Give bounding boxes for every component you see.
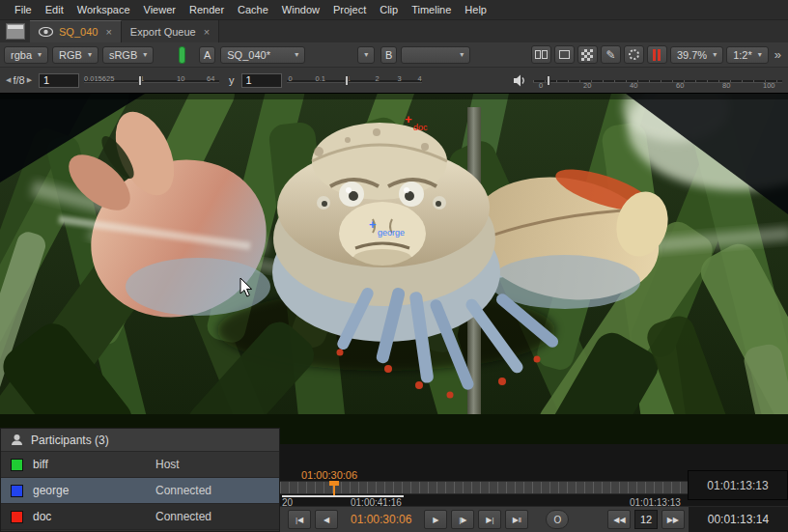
menu-viewer[interactable]: Viewer (137, 0, 183, 20)
colorspace-dropdown[interactable]: sRGB ▾ (102, 46, 154, 64)
close-icon[interactable]: × (105, 26, 111, 38)
menu-project[interactable]: Project (326, 0, 373, 20)
step-back-button[interactable]: ◀ (315, 510, 338, 529)
fullscreen-monitor-icon[interactable] (554, 45, 575, 64)
menu-window[interactable]: Window (275, 0, 326, 20)
menu-edit[interactable]: Edit (39, 0, 70, 20)
monitor-out-icon[interactable] (531, 45, 551, 64)
george-cursor-marker: + george (369, 220, 405, 238)
participant-row-george[interactable]: george Connected (1, 478, 279, 504)
zoom-value: 39.7% (677, 49, 707, 61)
participant-name: biff (33, 458, 155, 471)
participant-status: Connected (155, 484, 211, 497)
menu-render[interactable]: Render (183, 0, 231, 20)
a-buffer-label[interactable]: A (199, 46, 215, 64)
playhead-line[interactable] (333, 482, 335, 495)
gamma-input[interactable]: 1 (241, 73, 282, 88)
participant-status: Connected (155, 510, 211, 523)
volume-tick: 0 (539, 81, 543, 90)
gain-tick: 0.015625 (84, 74, 114, 83)
george-cursor-label: george (378, 228, 405, 238)
chevron-down-icon: ▾ (38, 50, 42, 59)
roi-icon[interactable] (624, 45, 644, 64)
volume-slider-handle[interactable] (547, 75, 550, 86)
panel-layout-icon[interactable] (6, 23, 25, 40)
tab-export-queue[interactable]: Export Queue × (122, 20, 219, 42)
chevron-down-icon: ▾ (713, 50, 717, 59)
tab-bar: SQ_040 × Export Queue × (0, 20, 788, 42)
color-swatch (11, 459, 23, 471)
step-forward-button[interactable]: |▶ (451, 510, 474, 529)
wipe-mode-dropdown[interactable]: ▾ (357, 46, 375, 64)
timeline-ruler[interactable] (280, 481, 688, 494)
input-process-indicator[interactable] (179, 46, 185, 64)
overflow-chevron-icon[interactable]: » (772, 47, 784, 62)
channels-value: rgba (11, 49, 32, 61)
fstop-label: f/8 (13, 74, 24, 86)
annotation-pen-icon[interactable]: ✎ (601, 45, 621, 64)
color-swatch (11, 485, 23, 497)
menu-file[interactable]: File (8, 0, 39, 20)
gamma-tick: 4 (418, 74, 422, 83)
layer-dropdown[interactable]: RGB ▾ (52, 46, 98, 64)
tab-label-export-queue: Export Queue (130, 26, 196, 38)
volume-tick: 60 (676, 81, 684, 90)
doc-cursor-label: doc (413, 123, 428, 132)
participant-name: george (33, 484, 155, 497)
frame-increment-field[interactable]: 12 (634, 510, 657, 529)
tab-sq040[interactable]: SQ_040 × (30, 20, 122, 42)
gain-input[interactable]: 1 (39, 73, 79, 88)
timeline-panel: 01:00:30:06 20 01:00:41:16 01:01:13:13 0… (280, 444, 788, 532)
gamma-slider-handle[interactable] (345, 75, 349, 86)
viewer-canvas[interactable]: + doc + george (0, 94, 788, 444)
next-frame-button[interactable]: ▶| (478, 510, 501, 529)
speaker-icon[interactable] (513, 74, 527, 87)
gain-slider-handle[interactable] (138, 75, 142, 86)
b-buffer-label[interactable]: B (380, 46, 397, 64)
participant-row-biff[interactable]: biff Host (1, 452, 279, 478)
playhead-timecode: 01:00:30:06 (301, 469, 357, 481)
gain-tick: 64 (207, 74, 214, 83)
a-source-dropdown[interactable]: SQ_040* ▾ (220, 46, 305, 64)
go-to-start-button[interactable]: |◀ (288, 510, 311, 529)
menu-clip[interactable]: Clip (373, 0, 405, 20)
play-button[interactable]: ▶ (424, 510, 447, 529)
timecode-display: 01:01:13:13 (688, 470, 788, 500)
menu-help[interactable]: Help (458, 0, 493, 20)
duration-display: 00:01:13:14 (689, 507, 788, 532)
chevron-down-icon: ▾ (295, 50, 298, 59)
gain-tick: 10 (177, 74, 184, 83)
color-swatch (11, 511, 23, 523)
jump-forward-button[interactable]: ▶▶ (661, 510, 685, 529)
go-to-end-button[interactable]: ▶‖ (505, 510, 528, 529)
close-icon[interactable]: × (204, 26, 210, 38)
gamma-label: y (229, 74, 235, 86)
b-source-dropdown[interactable]: ▾ (401, 46, 470, 64)
current-timecode-field[interactable]: 01:00:30:06 (351, 513, 411, 526)
menu-cache[interactable]: Cache (231, 0, 275, 20)
pause-render-icon[interactable] (647, 45, 667, 64)
fstop-decrement-icon[interactable]: ◀ (4, 76, 13, 84)
channels-dropdown[interactable]: rgba ▾ (4, 46, 48, 64)
menu-bar: File Edit Workspace Viewer Render Cache … (0, 0, 788, 20)
volume-tick: 80 (722, 81, 730, 90)
gamma-tick: 2 (376, 74, 380, 83)
menu-timeline[interactable]: Timeline (405, 0, 458, 20)
menu-workspace[interactable]: Workspace (70, 0, 137, 20)
jump-back-button[interactable]: ◀◀ (607, 510, 631, 529)
volume-slider[interactable]: 0 20 40 60 80 100 (533, 71, 782, 89)
participant-row-doc[interactable]: doc Connected (1, 504, 279, 530)
proxy-dropdown[interactable]: 1:2* ▾ (726, 46, 769, 64)
fstop-increment-icon[interactable]: ▶ (25, 76, 34, 84)
a-source-value: SQ_040* (227, 49, 270, 61)
gain-slider[interactable]: 0.015625 1 10 64 (84, 71, 219, 89)
exposure-row: ◀ f/8 ▶ 1 0.015625 1 10 64 y 1 0 0.1 1 2… (0, 68, 788, 94)
participants-title: Participants (3) (31, 434, 109, 447)
loop-mode-button[interactable]: O (546, 510, 569, 529)
participant-status: Host (155, 458, 180, 471)
volume-tick: 40 (630, 81, 637, 90)
zoom-dropdown[interactable]: 39.7% ▾ (670, 46, 723, 64)
checkerboard-icon[interactable] (577, 45, 598, 64)
chevron-down-icon: ▾ (758, 50, 762, 59)
gamma-slider[interactable]: 0 0.1 1 2 3 4 (287, 71, 422, 89)
